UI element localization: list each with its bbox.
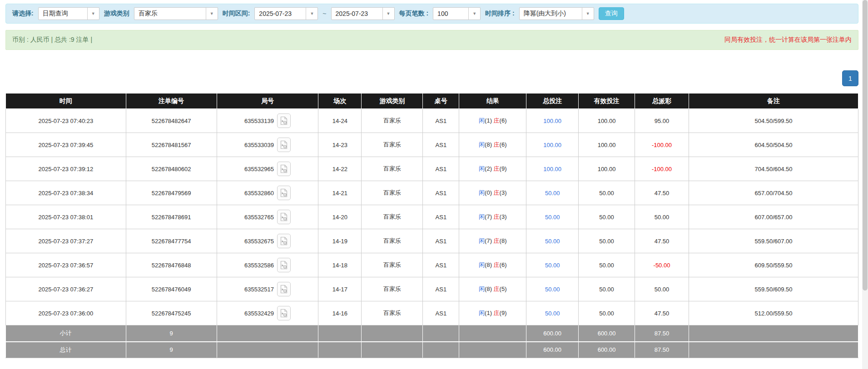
per-page-select[interactable]: 100 ▼: [433, 7, 481, 20]
game-type-cell: 百家乐: [362, 277, 423, 301]
time-range-label: 时间区间:: [223, 10, 250, 18]
date-from-value: 2025-07-23: [255, 8, 306, 20]
total-bet-link[interactable]: 100.00: [543, 142, 561, 148]
col-game-type: 游戏类别: [362, 93, 423, 109]
remark-cell: 607.00/657.00: [689, 205, 858, 229]
banker-result: 庄: [494, 237, 500, 244]
summary-bar: 币别 : 人民币 | 总共 :9 注单 | 同局有效投注，统一计算在该局第一张注…: [5, 30, 858, 50]
total-bet-link[interactable]: 50.00: [545, 190, 560, 197]
banker-result: 庄: [494, 165, 500, 172]
query-type-value: 日期查询: [39, 8, 87, 20]
remark-cell: 559.50/607.00: [689, 229, 858, 253]
video-replay-button[interactable]: [277, 113, 291, 128]
payout-cell: 50.00: [635, 277, 689, 301]
bet-id-cell: 522678478691: [126, 205, 217, 229]
total-bet-link[interactable]: 50.00: [545, 238, 560, 245]
date-to-select[interactable]: 2025-07-23 ▼: [331, 7, 395, 20]
date-from-select[interactable]: 2025-07-23 ▼: [254, 7, 318, 20]
table-no-cell: AS1: [423, 157, 459, 181]
col-session: 场次: [318, 93, 362, 109]
chevron-down-icon[interactable]: ▼: [306, 8, 317, 20]
video-file-icon: [280, 164, 288, 173]
col-total-bet: 总投注: [526, 93, 579, 109]
video-replay-button[interactable]: [277, 138, 291, 152]
banker-result: 庄: [494, 117, 500, 124]
subtotal-count: 9: [126, 325, 217, 342]
video-file-icon: [280, 261, 288, 270]
video-file-icon: [280, 116, 288, 125]
remark-cell: 604.50/504.50: [689, 133, 858, 157]
round-id: 635532965: [244, 166, 274, 172]
result-cell: 闲(2) 庄(9): [459, 157, 526, 181]
time-cell: 2025-07-23 07:36:00: [6, 301, 126, 325]
page-1-button[interactable]: 1: [842, 70, 858, 86]
video-replay-button[interactable]: [277, 306, 291, 320]
valid-bet-cell: 100.00: [579, 109, 635, 133]
search-button[interactable]: 查询: [599, 7, 624, 20]
round-id: 635532586: [244, 262, 274, 269]
round-id: 635532429: [244, 310, 274, 317]
query-type-select[interactable]: 日期查询 ▼: [38, 7, 99, 20]
round-id: 635532517: [244, 286, 274, 293]
chevron-down-icon[interactable]: ▼: [582, 8, 594, 20]
table-row: 2025-07-23 07:37:27 522678477754 6355326…: [6, 229, 858, 253]
session-cell: 14-21: [318, 181, 362, 205]
subtotal-valid-bet: 600.00: [579, 325, 635, 342]
vertical-scrollbar[interactable]: [862, 0, 868, 369]
table-row: 2025-07-23 07:40:23 522678482647 6355331…: [6, 109, 858, 133]
chevron-down-icon[interactable]: ▼: [468, 8, 480, 20]
video-replay-button[interactable]: [277, 162, 291, 176]
game-type-cell: 百家乐: [362, 109, 423, 133]
total-bet-link[interactable]: 100.00: [543, 166, 561, 172]
col-remark: 备注: [689, 93, 858, 109]
game-type-select[interactable]: 百家乐 ▼: [134, 7, 218, 20]
col-table-no: 桌号: [423, 93, 459, 109]
video-file-icon: [280, 188, 288, 197]
valid-bet-cell: 50.00: [579, 205, 635, 229]
total-total-bet: 600.00: [526, 342, 579, 358]
game-type-cell: 百家乐: [362, 301, 423, 325]
video-replay-button[interactable]: [277, 234, 291, 248]
same-round-notice: 同局有效投注，统一计算在该局第一张注单内: [724, 36, 852, 44]
valid-bet-cell: 100.00: [579, 157, 635, 181]
sort-select[interactable]: 降冪(由大到小) ▼: [519, 7, 594, 20]
sort-label: 时间排序 :: [485, 10, 515, 18]
total-bet-link[interactable]: 50.00: [545, 262, 560, 269]
game-type-value: 百家乐: [134, 8, 206, 20]
payout-cell: 47.50: [635, 301, 689, 325]
sort-value: 降冪(由大到小): [520, 8, 582, 20]
total-bet-link[interactable]: 50.00: [545, 286, 560, 293]
player-result: 闲: [479, 165, 485, 172]
total-bet-link[interactable]: 50.00: [545, 310, 560, 317]
per-page-label: 每页笔数 :: [399, 10, 429, 18]
banker-result: 庄: [494, 213, 500, 220]
video-replay-button[interactable]: [277, 186, 291, 200]
remark-cell: 504.50/599.50: [689, 109, 858, 133]
video-file-icon: [280, 236, 288, 246]
total-bet-link[interactable]: 50.00: [545, 214, 560, 221]
total-row: 总计 9 600.00 600.00 87.50: [6, 342, 858, 358]
result-cell: 闲(8) 庄(5): [459, 277, 526, 301]
result-cell: 闲(1) 庄(6): [459, 109, 526, 133]
game-type-cell: 百家乐: [362, 205, 423, 229]
bet-id-cell: 522678476049: [126, 277, 217, 301]
chevron-down-icon[interactable]: ▼: [206, 8, 218, 20]
valid-bet-cell: 50.00: [579, 253, 635, 277]
chevron-down-icon[interactable]: ▼: [87, 8, 99, 20]
table-row: 2025-07-23 07:39:45 522678481567 6355330…: [6, 133, 858, 157]
banker-result: 庄: [494, 285, 500, 292]
video-replay-button[interactable]: [277, 210, 291, 224]
table-no-cell: AS1: [423, 205, 459, 229]
game-type-label: 游戏类别: [104, 10, 129, 18]
chevron-down-icon[interactable]: ▼: [382, 8, 394, 20]
total-bet-link[interactable]: 100.00: [543, 118, 561, 124]
video-replay-button[interactable]: [277, 282, 291, 296]
video-replay-button[interactable]: [277, 258, 291, 272]
valid-bet-cell: 100.00: [579, 133, 635, 157]
video-file-icon: [280, 212, 288, 221]
table-body: 2025-07-23 07:40:23 522678482647 6355331…: [6, 109, 858, 325]
payout-cell: 50.00: [635, 205, 689, 229]
valid-bet-cell: 50.00: [579, 301, 635, 325]
remark-cell: 512.00/559.50: [689, 301, 858, 325]
scrollbar-thumb[interactable]: [863, 0, 868, 290]
